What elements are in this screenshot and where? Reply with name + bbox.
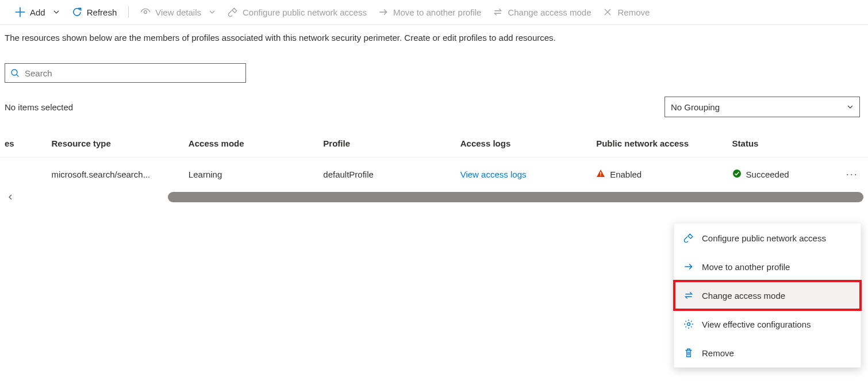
col-profile[interactable]: Profile bbox=[323, 138, 460, 148]
arrow-right-icon bbox=[378, 7, 389, 17]
row-more-button[interactable]: ··· bbox=[846, 168, 858, 180]
plug-icon bbox=[228, 7, 238, 17]
view-details-label: View details bbox=[155, 7, 201, 17]
eye-icon bbox=[140, 7, 151, 17]
arrow-right-icon bbox=[683, 261, 694, 272]
selection-row: No items selected No Grouping bbox=[0, 97, 868, 117]
refresh-icon bbox=[72, 7, 82, 17]
success-icon bbox=[732, 169, 742, 180]
scroll-left-icon[interactable] bbox=[5, 194, 16, 201]
cell-status: Succeeded bbox=[746, 170, 789, 179]
change-access-label: Change access mode bbox=[508, 7, 591, 17]
toolbar-separator bbox=[128, 6, 129, 18]
table-row[interactable]: microsoft.search/search... Learning defa… bbox=[0, 157, 868, 191]
chevron-down-icon bbox=[847, 102, 854, 112]
selection-text: No items selected bbox=[5, 102, 73, 112]
swap-icon bbox=[493, 7, 503, 17]
grouping-value: No Grouping bbox=[671, 102, 720, 112]
svg-rect-2 bbox=[600, 172, 601, 175]
scroll-track[interactable] bbox=[18, 192, 863, 202]
add-button[interactable]: Add bbox=[10, 5, 65, 20]
cell-resource-type: microsoft.search/search... bbox=[51, 170, 188, 179]
ctx-configure-pna[interactable]: Configure public network access bbox=[674, 224, 861, 252]
chevron-down-icon bbox=[208, 8, 216, 16]
ctx-move-profile[interactable]: Move to another profile bbox=[674, 252, 861, 281]
svg-point-1 bbox=[11, 70, 17, 75]
cell-profile: defaultProfile bbox=[323, 170, 460, 179]
scroll-thumb[interactable] bbox=[168, 192, 863, 202]
horizontal-scrollbar[interactable] bbox=[0, 191, 868, 203]
refresh-label: Refresh bbox=[87, 7, 117, 17]
col-status[interactable]: Status bbox=[732, 138, 841, 148]
swap-icon bbox=[683, 290, 694, 301]
plus-icon bbox=[15, 7, 25, 17]
search-input[interactable] bbox=[25, 64, 245, 82]
ctx-view-effective-label: View effective configurations bbox=[702, 320, 811, 329]
move-profile-button[interactable]: Move to another profile bbox=[374, 5, 486, 20]
ctx-move-profile-label: Move to another profile bbox=[702, 262, 790, 272]
change-access-button[interactable]: Change access mode bbox=[488, 5, 596, 20]
add-label: Add bbox=[30, 7, 45, 17]
col-resource-type[interactable]: Resource type bbox=[51, 138, 188, 148]
toolbar: Add Refresh View details Configure publi… bbox=[0, 0, 868, 25]
svg-point-5 bbox=[688, 323, 690, 326]
col-access-logs[interactable]: Access logs bbox=[460, 138, 596, 148]
chevron-down-icon bbox=[52, 8, 60, 16]
col-es[interactable]: es bbox=[5, 138, 51, 148]
refresh-button[interactable]: Refresh bbox=[67, 5, 122, 20]
ctx-configure-pna-label: Configure public network access bbox=[702, 233, 826, 243]
description-text: The resources shown below are the member… bbox=[0, 25, 868, 47]
ctx-remove[interactable]: Remove bbox=[674, 338, 861, 367]
search-icon bbox=[5, 68, 25, 78]
configure-pna-button[interactable]: Configure public network access bbox=[223, 5, 371, 20]
gear-icon bbox=[683, 319, 694, 329]
search-wrapper bbox=[5, 63, 246, 83]
close-icon bbox=[602, 7, 613, 17]
col-pna[interactable]: Public network access bbox=[596, 138, 732, 148]
view-access-logs-link[interactable]: View access logs bbox=[460, 170, 527, 179]
ctx-remove-label: Remove bbox=[702, 348, 734, 358]
remove-button[interactable]: Remove bbox=[598, 5, 654, 20]
ctx-change-access-label: Change access mode bbox=[702, 291, 785, 301]
svg-rect-3 bbox=[600, 175, 601, 176]
svg-point-0 bbox=[144, 11, 147, 14]
configure-pna-label: Configure public network access bbox=[243, 7, 367, 17]
table-header: es Resource type Access mode Profile Acc… bbox=[0, 130, 868, 157]
view-details-button[interactable]: View details bbox=[136, 5, 221, 20]
warning-icon bbox=[596, 169, 605, 180]
ctx-view-effective[interactable]: View effective configurations bbox=[674, 310, 861, 338]
cell-pna: Enabled bbox=[610, 170, 642, 179]
remove-label: Remove bbox=[617, 7, 650, 17]
ctx-change-access[interactable]: Change access mode bbox=[674, 281, 861, 310]
trash-icon bbox=[683, 348, 694, 358]
cell-access-mode: Learning bbox=[189, 170, 323, 179]
row-context-menu: Configure public network access Move to … bbox=[674, 223, 861, 368]
col-access-mode[interactable]: Access mode bbox=[189, 138, 323, 148]
resources-table: es Resource type Access mode Profile Acc… bbox=[0, 130, 868, 203]
plug-icon bbox=[683, 233, 694, 243]
grouping-select[interactable]: No Grouping bbox=[665, 97, 860, 117]
move-profile-label: Move to another profile bbox=[393, 7, 481, 17]
